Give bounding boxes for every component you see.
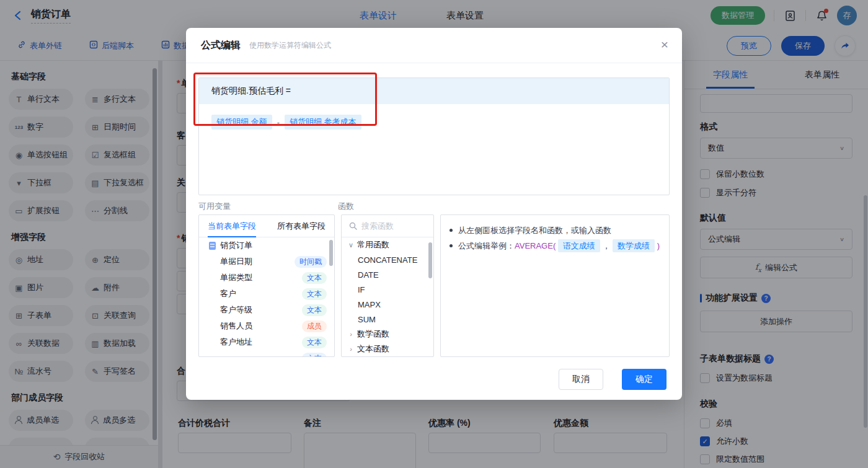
formula-hint-pane: 从左侧面板选择字段名和函数，或输入函数 公式编辑举例：AVERAGE( 语文成绩… — [440, 214, 670, 357]
variables-tab-1[interactable]: 当前表单字段 — [208, 215, 256, 237]
variables-tabs: 当前表单字段所有表单字段 — [199, 215, 334, 237]
formula-field-chip[interactable]: 销货明细.金额 — [211, 115, 272, 130]
variables-label: 可用变量 — [198, 201, 231, 212]
variable-root-node[interactable]: 销货订单 — [199, 237, 334, 254]
function-group-文本函数[interactable]: ›文本函数 — [342, 342, 433, 356]
functions-scrollbar[interactable] — [428, 242, 432, 278]
variable-field-row[interactable]: 销售人员成员 — [199, 318, 334, 334]
variable-root-label: 销货订单 — [220, 240, 252, 251]
variable-field-row[interactable]: 文本 — [199, 350, 334, 357]
chevron-right-icon: › — [348, 345, 354, 353]
variables-scrollbar[interactable] — [329, 240, 333, 266]
formula-target-line: 销货明细.预估毛利 = — [199, 78, 669, 104]
bullet-dot — [450, 229, 453, 232]
formula-editor-dialog: 公式编辑 使用数学运算符编辑公式 × 销货明细.预估毛利 = 销货明细.金额-销… — [186, 28, 682, 400]
function-item-SUM[interactable]: SUM — [342, 312, 433, 327]
chevron-down-icon: ∨ — [348, 241, 354, 249]
function-group-label: 数学函数 — [357, 329, 389, 340]
variable-field-row[interactable]: 单据类型文本 — [199, 270, 334, 286]
functions-label: 函数 — [338, 201, 354, 212]
variable-field-name: 销售人员 — [220, 320, 252, 332]
variable-field-row[interactable]: 客户等级文本 — [199, 302, 334, 318]
confirm-button[interactable]: 确定 — [622, 369, 666, 390]
variables-tab-2[interactable]: 所有表单字段 — [277, 215, 326, 237]
variables-list: 销货订单单据日期时间戳单据类型文本客户文本客户等级文本销售人员成员客户地址文本文… — [199, 237, 334, 357]
formula-field-chip[interactable]: 销货明细.参考成本 — [285, 115, 361, 130]
function-item-IF[interactable]: IF — [342, 282, 433, 297]
form-doc-icon — [209, 242, 216, 250]
functions-list: ∨常用函数CONCATENATEDATEIFMAPXSUM›数学函数›文本函数 — [342, 237, 433, 356]
function-group-label: 常用函数 — [357, 239, 389, 250]
variable-type-badge: 文本 — [302, 353, 327, 358]
formula-expression: 销货明细.金额-销货明细.参考成本 — [199, 104, 669, 140]
variable-type-badge: 文本 — [302, 304, 327, 316]
example-function-name: AVERAGE( — [515, 241, 556, 250]
variable-field-row[interactable]: 客户地址文本 — [199, 334, 334, 350]
app-root: 销货订单 表单设计表单设置 数据管理 存 表单外链后端脚本数据权 预览 保存 — [0, 0, 868, 468]
search-icon — [349, 222, 357, 230]
variable-field-name: 单据日期 — [220, 256, 252, 267]
function-item-CONCATENATE[interactable]: CONCATENATE — [342, 252, 433, 267]
function-item-DATE[interactable]: DATE — [342, 267, 433, 282]
dialog-header: 公式编辑 使用数学运算符编辑公式 — [186, 28, 682, 63]
variable-field-row[interactable]: 单据日期时间戳 — [199, 254, 334, 270]
cancel-button[interactable]: 取消 — [559, 369, 603, 390]
variable-type-badge: 成员 — [302, 320, 327, 332]
variable-type-badge: 文本 — [302, 288, 327, 300]
function-group-label: 文本函数 — [357, 343, 389, 355]
example-field-chip: 语文成绩 — [558, 239, 600, 252]
variable-field-row[interactable]: 客户文本 — [199, 286, 334, 302]
function-search-input[interactable]: 搜索函数 — [342, 215, 433, 237]
dialog-title: 公式编辑 — [201, 39, 241, 52]
search-placeholder: 搜索函数 — [361, 221, 394, 232]
variable-field-name: 客户等级 — [220, 304, 252, 316]
example-field-chip: 数学成绩 — [613, 239, 655, 252]
dialog-subtitle: 使用数学运算符编辑公式 — [249, 40, 331, 51]
close-icon[interactable]: × — [661, 38, 668, 51]
variables-pane: 当前表单字段所有表单字段 销货订单单据日期时间戳单据类型文本客户文本客户等级文本… — [198, 214, 335, 357]
function-item-MAPX[interactable]: MAPX — [342, 297, 433, 312]
variable-type-badge: 文本 — [302, 337, 327, 348]
variable-type-badge: 文本 — [302, 272, 327, 284]
variable-field-name: 客户 — [220, 288, 236, 299]
chevron-right-icon: › — [348, 330, 354, 338]
variable-field-name: 单据类型 — [220, 272, 252, 283]
functions-pane: 搜索函数 ∨常用函数CONCATENATEDATEIFMAPXSUM›数学函数›… — [341, 214, 434, 357]
variable-type-badge: 时间戳 — [294, 256, 327, 268]
hint-line-2: 公式编辑举例：AVERAGE( 语文成绩 ， 数学成绩 ) — [450, 238, 660, 254]
function-group-数学函数[interactable]: ›数学函数 — [342, 327, 433, 342]
variable-field-name: 客户地址 — [220, 337, 252, 348]
bullet-dot — [450, 244, 453, 247]
hint-line-1: 从左侧面板选择字段名和函数，或输入函数 — [450, 223, 660, 238]
function-group-常用函数[interactable]: ∨常用函数 — [342, 237, 433, 252]
formula-editor-area[interactable]: 销货明细.预估毛利 = 销货明细.金额-销货明细.参考成本 — [198, 77, 670, 195]
formula-operator: - — [277, 118, 280, 127]
